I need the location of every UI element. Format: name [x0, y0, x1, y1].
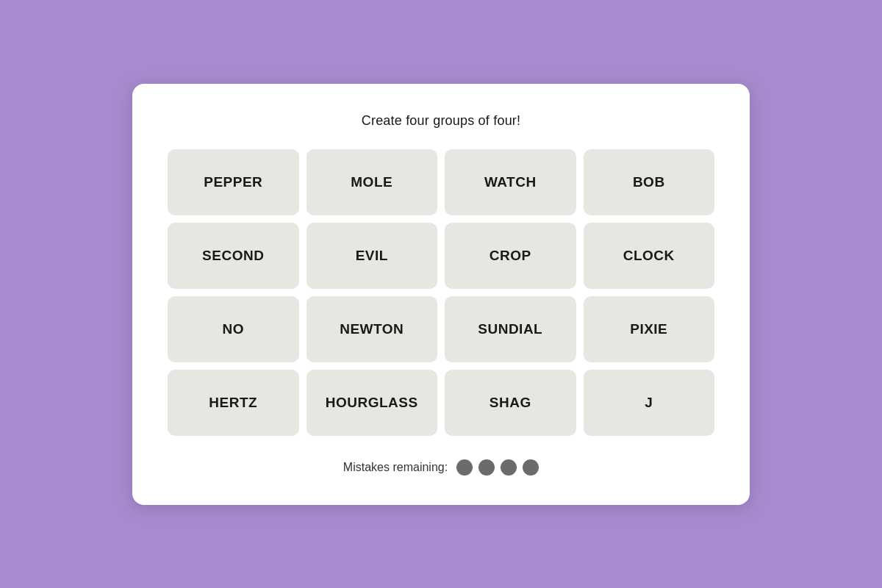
word-card-mole[interactable]: MOLE: [306, 149, 438, 215]
word-label-j: J: [645, 395, 653, 411]
word-card-bob[interactable]: BOB: [584, 149, 715, 215]
word-label-no: NO: [223, 321, 245, 337]
word-card-second[interactable]: SECOND: [168, 223, 299, 289]
word-label-hertz: HERTZ: [209, 395, 257, 411]
word-card-crop[interactable]: CROP: [445, 223, 576, 289]
mistake-dot-3: [501, 459, 517, 476]
word-label-shag: SHAG: [490, 395, 531, 411]
word-card-evil[interactable]: EVIL: [306, 223, 438, 289]
word-card-sundial[interactable]: SUNDIAL: [445, 296, 576, 362]
word-label-crop: CROP: [490, 248, 531, 264]
mistake-dot-4: [523, 459, 539, 476]
word-label-newton: NEWTON: [340, 321, 404, 337]
word-label-second: SECOND: [202, 248, 264, 264]
word-card-shag[interactable]: SHAG: [445, 370, 576, 436]
word-card-pepper[interactable]: PEPPER: [168, 149, 299, 215]
word-label-watch: WATCH: [484, 174, 537, 190]
word-card-no[interactable]: NO: [168, 296, 299, 362]
word-card-pixie[interactable]: PIXIE: [584, 296, 715, 362]
game-container: Create four groups of four! PEPPERMOLEWA…: [132, 84, 750, 505]
word-label-clock: CLOCK: [623, 248, 675, 264]
word-card-clock[interactable]: CLOCK: [584, 223, 715, 289]
word-label-pepper: PEPPER: [204, 174, 262, 190]
word-card-hertz[interactable]: HERTZ: [168, 370, 299, 436]
mistake-dot-2: [478, 459, 495, 476]
game-title: Create four groups of four!: [168, 113, 714, 129]
mistakes-label: Mistakes remaining:: [343, 461, 448, 474]
mistake-dot-1: [456, 459, 473, 476]
word-card-hourglass[interactable]: HOURGLASS: [306, 370, 438, 436]
word-label-mole: MOLE: [351, 174, 392, 190]
word-card-newton[interactable]: NEWTON: [306, 296, 438, 362]
word-label-sundial: SUNDIAL: [478, 321, 542, 337]
word-card-j[interactable]: J: [584, 370, 715, 436]
word-label-bob: BOB: [633, 174, 665, 190]
mistakes-row: Mistakes remaining:: [168, 459, 714, 476]
word-card-watch[interactable]: WATCH: [445, 149, 576, 215]
word-label-pixie: PIXIE: [630, 321, 667, 337]
word-label-hourglass: HOURGLASS: [326, 395, 418, 411]
word-grid: PEPPERMOLEWATCHBOBSECONDEVILCROPCLOCKNON…: [168, 149, 714, 436]
word-label-evil: EVIL: [356, 248, 388, 264]
